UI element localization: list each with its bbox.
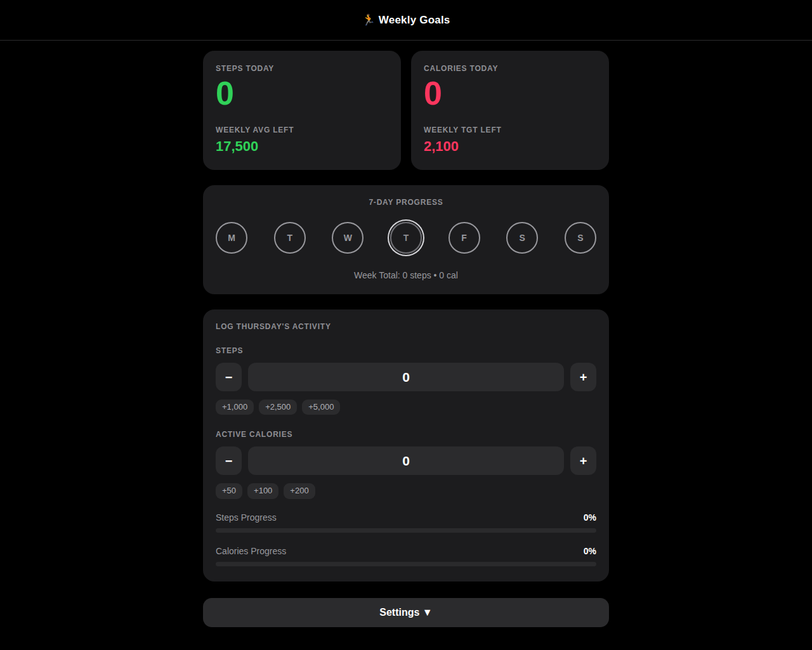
app-header: 🏃 Weekly Goals: [0, 0, 812, 41]
log-activity-title: LOG THURSDAY'S ACTIVITY: [216, 322, 596, 331]
day-circle-wednesday[interactable]: W: [332, 222, 363, 254]
calories-quick-add-100[interactable]: +100: [247, 483, 278, 498]
steps-today-label: STEPS TODAY: [216, 64, 388, 73]
day-circles-row: M T W T F S S: [216, 219, 596, 256]
calories-decrement-button[interactable]: −: [216, 446, 242, 475]
calories-input[interactable]: [248, 446, 564, 475]
day-circle-monday[interactable]: M: [216, 222, 247, 254]
weekly-avg-left-value: 17,500: [216, 138, 388, 155]
weekly-avg-left-label: WEEKLY AVG LEFT: [216, 126, 388, 134]
day-circle-saturday[interactable]: S: [506, 222, 538, 254]
steps-increment-button[interactable]: +: [570, 363, 596, 391]
steps-progress-bar: [216, 528, 596, 533]
steps-quick-add-5000[interactable]: +5,000: [302, 400, 340, 415]
day-circle-thursday-active[interactable]: T: [390, 222, 422, 254]
calories-progress-bar: [216, 562, 596, 566]
steps-quick-add-1000[interactable]: +1,000: [216, 400, 254, 415]
steps-today-value: 0: [216, 75, 388, 112]
week-progress-title: 7-DAY PROGRESS: [216, 198, 596, 207]
week-total-text: Week Total: 0 steps • 0 cal: [216, 270, 596, 280]
day-circle-friday[interactable]: F: [449, 222, 480, 254]
settings-toggle-button[interactable]: Settings ▼: [203, 598, 609, 627]
steps-stat-card: STEPS TODAY 0 WEEKLY AVG LEFT 17,500: [203, 51, 401, 170]
steps-quick-add-2500[interactable]: +2,500: [259, 400, 297, 415]
steps-progress-percent: 0%: [584, 512, 596, 523]
stats-row: STEPS TODAY 0 WEEKLY AVG LEFT 17,500 CAL…: [203, 51, 609, 170]
calories-stepper: − +: [216, 446, 596, 475]
page-title: 🏃 Weekly Goals: [362, 13, 450, 27]
steps-decrement-button[interactable]: −: [216, 363, 242, 391]
log-activity-card: LOG THURSDAY'S ACTIVITY STEPS − + +1,000…: [203, 309, 609, 582]
calories-section-label: ACTIVE CALORIES: [216, 430, 596, 439]
calories-stat-card: CALORIES TODAY 0 WEEKLY TGT LEFT 2,100: [411, 51, 609, 170]
calories-today-value: 0: [424, 75, 596, 112]
day-circle-sunday[interactable]: S: [565, 222, 596, 254]
main-content: STEPS TODAY 0 WEEKLY AVG LEFT 17,500 CAL…: [203, 51, 609, 650]
day-circle-tuesday[interactable]: T: [274, 222, 306, 254]
weekly-tgt-left-value: 2,100: [424, 138, 596, 155]
steps-stepper: − +: [216, 363, 596, 391]
calories-today-label: CALORIES TODAY: [424, 64, 596, 73]
calories-progress-percent: 0%: [584, 546, 596, 556]
steps-section-label: STEPS: [216, 346, 596, 355]
calories-increment-button[interactable]: +: [570, 446, 596, 475]
calories-quick-add-row: +50 +100 +200: [216, 483, 596, 498]
steps-progress-row: Steps Progress 0%: [216, 512, 596, 523]
weekly-tgt-left-label: WEEKLY TGT LEFT: [424, 126, 596, 134]
steps-quick-add-row: +1,000 +2,500 +5,000: [216, 400, 596, 415]
calories-progress-row: Calories Progress 0%: [216, 546, 596, 556]
steps-progress-label: Steps Progress: [216, 512, 277, 523]
calories-quick-add-50[interactable]: +50: [216, 483, 242, 498]
calories-progress-label: Calories Progress: [216, 546, 286, 556]
calories-quick-add-200[interactable]: +200: [284, 483, 315, 498]
steps-input[interactable]: [248, 363, 564, 391]
week-progress-card: 7-DAY PROGRESS M T W T F S S Week Total:…: [203, 185, 609, 294]
